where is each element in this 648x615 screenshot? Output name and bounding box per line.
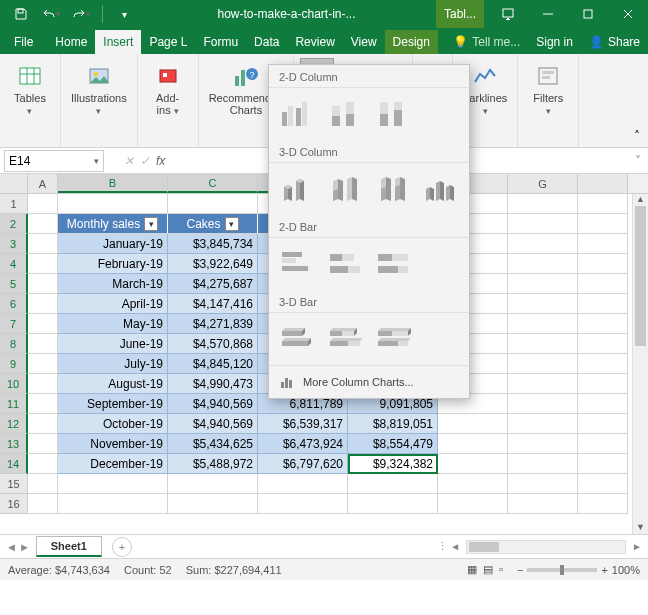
cell[interactable] — [28, 354, 58, 374]
cell[interactable] — [438, 434, 508, 454]
sheet-tab[interactable]: Sheet1 — [36, 536, 102, 557]
cell[interactable] — [258, 474, 348, 494]
cell[interactable]: $4,845,120 — [168, 354, 258, 374]
row-header[interactable]: 15 — [0, 474, 28, 494]
tab-insert[interactable]: Insert — [95, 30, 141, 54]
cell[interactable]: August-19 — [58, 374, 168, 394]
row-header[interactable]: 10 — [0, 374, 28, 394]
zoom-control[interactable]: − + 100% — [517, 564, 640, 576]
tab-data[interactable]: Data — [246, 30, 287, 54]
zoom-level[interactable]: 100% — [612, 564, 640, 576]
cell[interactable] — [168, 194, 258, 214]
tab-view[interactable]: View — [343, 30, 385, 54]
cell[interactable] — [508, 354, 578, 374]
cell[interactable] — [578, 434, 628, 454]
zoom-slider[interactable] — [527, 568, 597, 572]
cell[interactable] — [508, 414, 578, 434]
row-header[interactable]: 3 — [0, 234, 28, 254]
cell[interactable]: $8,554,479 — [348, 434, 438, 454]
cell[interactable]: July-19 — [58, 354, 168, 374]
horizontal-scrollbar[interactable] — [466, 540, 626, 554]
cell[interactable] — [58, 194, 168, 214]
3d-column-icon[interactable] — [422, 171, 460, 205]
cell[interactable]: $6,797,620 — [258, 454, 348, 474]
cell[interactable]: Cakes▾ — [168, 214, 258, 234]
cell[interactable] — [578, 474, 628, 494]
sheet-nav-prev-icon[interactable]: ◄ — [6, 541, 17, 553]
cell[interactable]: $3,922,649 — [168, 254, 258, 274]
cell[interactable] — [508, 394, 578, 414]
scroll-up-icon[interactable]: ▲ — [633, 194, 648, 206]
cell[interactable] — [508, 454, 578, 474]
row-header[interactable]: 6 — [0, 294, 28, 314]
cell[interactable]: $8,819,051 — [348, 414, 438, 434]
cell[interactable] — [508, 234, 578, 254]
sheet-nav-next-icon[interactable]: ► — [19, 541, 30, 553]
column-header-a[interactable]: A — [28, 174, 58, 193]
hscroll-left-icon[interactable]: ◄ — [448, 541, 462, 552]
sign-in-button[interactable]: Sign in — [528, 30, 581, 54]
cell[interactable] — [28, 414, 58, 434]
cell[interactable]: $6,473,924 — [258, 434, 348, 454]
cell[interactable] — [28, 494, 58, 514]
cell[interactable] — [28, 294, 58, 314]
tab-page-layout[interactable]: Page L — [141, 30, 195, 54]
save-icon[interactable] — [8, 2, 34, 26]
row-header[interactable]: 14 — [0, 454, 28, 474]
cell[interactable] — [28, 314, 58, 334]
cell[interactable] — [508, 474, 578, 494]
cell[interactable] — [578, 234, 628, 254]
maximize-button[interactable] — [568, 0, 608, 28]
row-header[interactable]: 1 — [0, 194, 28, 214]
page-layout-view-icon[interactable]: ▤ — [483, 563, 493, 576]
column-header-b[interactable]: B — [58, 174, 168, 193]
cell[interactable] — [58, 494, 168, 514]
3d-stacked-column-icon[interactable] — [327, 171, 365, 205]
row-header[interactable]: 11 — [0, 394, 28, 414]
row-header[interactable]: 7 — [0, 314, 28, 334]
qat-customize-icon[interactable]: ▾ — [111, 2, 137, 26]
row-header[interactable]: 12 — [0, 414, 28, 434]
insert-function-icon[interactable]: fx — [156, 154, 165, 168]
column-header-c[interactable]: C — [168, 174, 258, 193]
cell[interactable] — [578, 454, 628, 474]
cell[interactable] — [578, 354, 628, 374]
cell[interactable]: April-19 — [58, 294, 168, 314]
cell[interactable] — [438, 494, 508, 514]
cell[interactable] — [578, 254, 628, 274]
addins-button[interactable]: Add- ins ▾ — [144, 58, 192, 121]
vertical-scrollbar[interactable]: ▲ ▼ — [632, 194, 648, 534]
tab-file[interactable]: File — [0, 30, 47, 54]
cell[interactable]: $5,488,972 — [168, 454, 258, 474]
cell[interactable] — [28, 274, 58, 294]
cell[interactable] — [508, 274, 578, 294]
row-header[interactable]: 9 — [0, 354, 28, 374]
cell[interactable] — [578, 414, 628, 434]
cell[interactable] — [438, 474, 508, 494]
cell[interactable] — [28, 214, 58, 234]
hscroll-right-icon[interactable]: ► — [630, 541, 644, 552]
redo-icon[interactable]: ▾ — [68, 2, 94, 26]
cell[interactable] — [508, 334, 578, 354]
stacked-column-icon[interactable] — [327, 96, 365, 130]
undo-icon[interactable]: ▾ — [38, 2, 64, 26]
3d-stacked-bar-icon[interactable] — [327, 321, 365, 355]
cell[interactable]: December-19 — [58, 454, 168, 474]
cell[interactable] — [578, 334, 628, 354]
clustered-column-icon[interactable] — [279, 96, 317, 130]
cell[interactable] — [28, 194, 58, 214]
tab-home[interactable]: Home — [47, 30, 95, 54]
row-header[interactable]: 8 — [0, 334, 28, 354]
row-header[interactable]: 16 — [0, 494, 28, 514]
expand-formula-bar-icon[interactable]: ˅ — [628, 154, 648, 168]
name-box[interactable]: E14▾ — [4, 150, 104, 172]
close-button[interactable] — [608, 0, 648, 28]
cell[interactable]: October-19 — [58, 414, 168, 434]
zoom-out-icon[interactable]: − — [517, 564, 523, 576]
minimize-button[interactable] — [528, 0, 568, 28]
cell[interactable] — [578, 294, 628, 314]
row-header[interactable]: 4 — [0, 254, 28, 274]
3d-100-stacked-column-icon[interactable] — [374, 171, 412, 205]
3d-clustered-column-icon[interactable] — [279, 171, 317, 205]
cell[interactable]: $4,147,416 — [168, 294, 258, 314]
